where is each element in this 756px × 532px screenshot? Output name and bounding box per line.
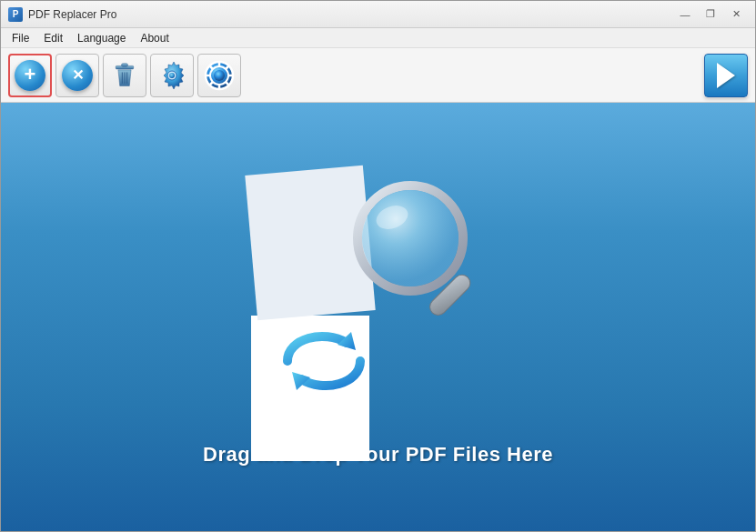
window-title: PDF Replacer Pro [28,8,116,21]
title-bar-left: P PDF Replacer Pro [8,7,116,22]
settings-button[interactable] [150,54,194,97]
toolbar [1,48,755,103]
title-bar: P PDF Replacer Pro — ❐ ✕ [1,1,755,28]
svg-point-22 [362,190,459,286]
help-button[interactable] [197,54,241,97]
add-button[interactable] [8,54,52,97]
remove-button[interactable] [55,54,99,97]
toolbar-left [8,54,241,97]
menu-about[interactable]: About [133,30,176,46]
menu-file[interactable]: File [5,30,36,46]
drop-illustration [251,170,506,425]
magnifying-glass-icon [351,179,497,325]
svg-rect-1 [121,63,127,66]
minimize-button[interactable]: — [673,5,697,24]
close-button[interactable]: ✕ [724,5,748,24]
menu-edit[interactable]: Edit [36,30,70,46]
add-icon [15,60,45,91]
app-icon: P [8,7,23,22]
title-bar-controls: — ❐ ✕ [673,5,748,24]
trash-icon [111,62,138,89]
svg-point-6 [169,73,175,78]
maximize-button[interactable]: ❐ [699,5,722,24]
delete-button[interactable] [103,54,146,97]
menu-language[interactable]: Language [70,30,133,46]
refresh-arrows-icon [278,325,369,397]
remove-icon [62,60,93,91]
arrow-right-icon [717,63,735,88]
gear-icon [156,60,187,91]
svg-point-9 [214,70,225,81]
main-area[interactable]: Drag and Drop Your PDF Files Here [1,103,755,532]
menu-bar: File Edit Language About [1,28,755,48]
help-icon [204,60,235,91]
next-button[interactable] [704,54,748,97]
